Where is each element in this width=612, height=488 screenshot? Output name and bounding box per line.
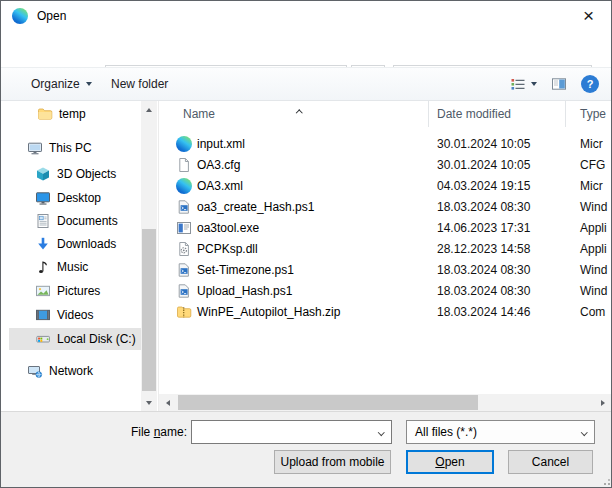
new-folder-label: New folder xyxy=(111,77,168,91)
edge-file-icon xyxy=(176,178,192,194)
file-name: Set-Timezone.ps1 xyxy=(197,263,294,277)
table-row[interactable]: Set-Timezone.ps1 18.03.2024 08:30 Wind xyxy=(159,259,611,280)
network-icon xyxy=(27,363,43,379)
file-type: Com xyxy=(566,305,611,319)
open-button[interactable]: Open xyxy=(406,450,494,474)
generic-file-icon xyxy=(176,157,192,173)
column-header-name[interactable]: Name xyxy=(159,101,429,127)
file-date: 30.01.2024 10:05 xyxy=(429,158,566,172)
title-bar: Open × xyxy=(1,1,611,31)
sidebar-item-label: temp xyxy=(59,107,86,121)
table-row[interactable]: oa3tool.exe 14.06.2023 17:31 Appli xyxy=(159,217,611,238)
table-row[interactable]: WinPE_Autopilot_Hash.zip 18.03.2024 14:4… xyxy=(159,301,611,322)
button-label: Upload from mobile xyxy=(280,455,384,469)
file-date: 14.06.2023 17:31 xyxy=(429,221,566,235)
sidebar-item-downloads[interactable]: Downloads xyxy=(9,233,141,255)
resize-grip[interactable] xyxy=(604,475,606,477)
help-icon: ? xyxy=(587,78,594,90)
triangle-down-icon xyxy=(146,401,152,405)
upload-from-mobile-button[interactable]: Upload from mobile xyxy=(274,450,391,474)
table-row[interactable]: OA3.xml 04.03.2024 19:15 Micr xyxy=(159,175,611,196)
sidebar-item-pictures[interactable]: Pictures xyxy=(9,280,141,302)
scroll-left-button[interactable] xyxy=(159,394,176,411)
scrollbar-thumb[interactable] xyxy=(178,395,478,410)
file-type: Wind xyxy=(566,284,611,298)
sidebar-item-temp[interactable]: temp xyxy=(9,103,141,125)
change-view-button[interactable] xyxy=(510,76,537,92)
powershell-file-icon xyxy=(176,199,192,215)
column-header-type[interactable]: Type xyxy=(566,101,611,127)
open-dialog-window: Open × ← → ↑ « temp WinPE_Au... Organize xyxy=(0,0,612,488)
sidebar-item-desktop[interactable]: Desktop xyxy=(9,187,141,209)
sidebar-item-3d-objects[interactable]: 3D Objects xyxy=(9,163,141,185)
file-type: CFG xyxy=(566,158,611,172)
file-type: Micr xyxy=(566,179,611,193)
sidebar-item-network[interactable]: Network xyxy=(9,360,141,382)
file-name: OA3.xml xyxy=(197,179,243,193)
scroll-right-button[interactable] xyxy=(594,394,611,411)
cancel-button[interactable]: Cancel xyxy=(508,450,593,474)
navigation-pane: temp This PC 3D Objects Desktop Document… xyxy=(1,101,141,411)
close-button[interactable]: × xyxy=(566,1,611,30)
dll-file-icon xyxy=(176,241,192,257)
sidebar-item-local-disk-c[interactable]: Local Disk (C:) xyxy=(9,328,141,350)
window-title: Open xyxy=(37,9,66,23)
scroll-down-button[interactable] xyxy=(141,394,157,411)
local-disk-icon xyxy=(35,331,51,347)
sidebar-item-documents[interactable]: Documents xyxy=(9,210,141,232)
file-name: Upload_Hash.ps1 xyxy=(197,284,292,298)
table-row[interactable]: input.xml 30.01.2024 10:05 Micr xyxy=(159,133,611,154)
preview-pane-icon[interactable] xyxy=(551,76,567,92)
chevron-down-icon xyxy=(378,429,384,435)
column-header-date-modified[interactable]: Date modified xyxy=(429,101,566,127)
sidebar-item-label: Videos xyxy=(57,308,93,322)
file-name: WinPE_Autopilot_Hash.zip xyxy=(197,305,340,319)
file-name: oa3_create_Hash.ps1 xyxy=(197,200,314,214)
chevron-down-icon xyxy=(581,429,587,435)
table-row[interactable]: Upload_Hash.ps1 18.03.2024 08:30 Wind xyxy=(159,280,611,301)
sidebar-item-label: Network xyxy=(49,364,93,378)
file-name-input[interactable] xyxy=(192,425,371,439)
scroll-up-button[interactable] xyxy=(141,101,157,118)
file-name-combobox xyxy=(191,420,392,444)
table-row[interactable]: oa3_create_Hash.ps1 18.03.2024 08:30 Win… xyxy=(159,196,611,217)
file-name: PCPKsp.dll xyxy=(197,242,258,256)
help-button[interactable]: ? xyxy=(581,75,599,93)
dialog-body: temp This PC 3D Objects Desktop Document… xyxy=(1,101,611,411)
table-row[interactable]: PCPKsp.dll 28.12.2023 14:58 Appli xyxy=(159,238,611,259)
list-horizontal-scrollbar[interactable] xyxy=(159,394,611,411)
file-name: OA3.cfg xyxy=(197,158,240,172)
file-date: 18.03.2024 14:46 xyxy=(429,305,566,319)
view-list-icon xyxy=(510,76,526,92)
file-date: 18.03.2024 08:30 xyxy=(429,263,566,277)
folder-icon xyxy=(37,106,53,122)
file-name-label: File name: xyxy=(97,425,187,439)
scrollbar-track[interactable] xyxy=(176,394,594,411)
file-type: Appli xyxy=(566,242,611,256)
organize-label: Organize xyxy=(31,77,80,91)
file-type: Micr xyxy=(566,137,611,151)
new-folder-button[interactable]: New folder xyxy=(111,77,168,91)
application-file-icon xyxy=(176,220,192,236)
button-label: Open xyxy=(435,455,464,469)
sidebar-scrollbar[interactable] xyxy=(141,101,157,411)
sidebar-item-videos[interactable]: Videos xyxy=(9,304,141,326)
file-name: oa3tool.exe xyxy=(197,221,259,235)
sidebar-item-music[interactable]: Music xyxy=(9,256,141,278)
column-label: Date modified xyxy=(437,107,511,121)
file-date: 04.03.2024 19:15 xyxy=(429,179,566,193)
scrollbar-thumb[interactable] xyxy=(142,229,156,391)
file-type-select[interactable]: All files (*.*) xyxy=(406,420,595,444)
file-type-value: All files (*.*) xyxy=(415,425,477,439)
toolbar-right-group: ? xyxy=(510,75,599,93)
sidebar-item-label: Music xyxy=(57,260,88,274)
column-label: Type xyxy=(580,107,606,121)
organize-button[interactable]: Organize xyxy=(31,77,92,91)
file-type: Wind xyxy=(566,263,611,277)
sidebar-item-label: Local Disk (C:) xyxy=(57,332,136,346)
file-name-dropdown-button[interactable] xyxy=(371,430,391,435)
sidebar-item-this-pc[interactable]: This PC xyxy=(9,137,141,159)
command-toolbar: Organize New folder ? xyxy=(1,67,611,101)
table-row[interactable]: OA3.cfg 30.01.2024 10:05 CFG xyxy=(159,154,611,175)
dialog-footer: File name: All files (*.*) Upload from m… xyxy=(1,411,611,487)
